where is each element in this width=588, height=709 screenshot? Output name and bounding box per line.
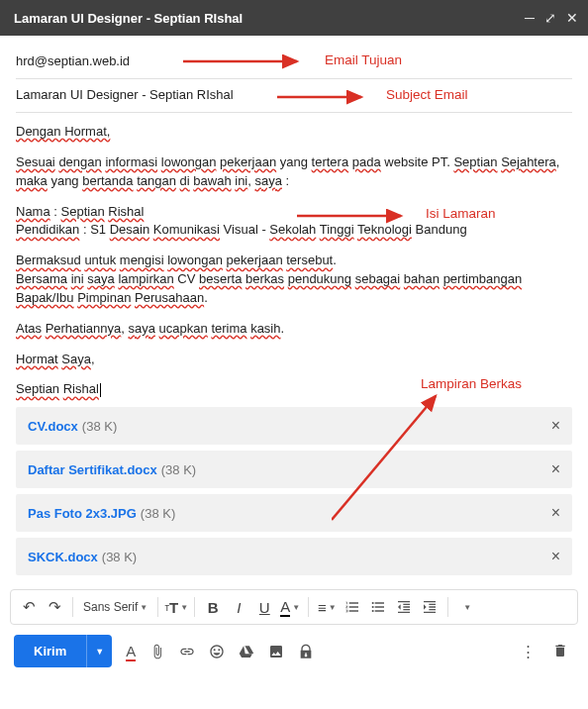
font-size-button[interactable]: тT▼	[164, 593, 188, 621]
attachment-list: CV.docx (38 K) × Daftar Sertifikat.docx …	[16, 407, 572, 575]
minimize-icon[interactable]: ─	[525, 10, 535, 26]
toolbar-more-button[interactable]: ▼	[454, 593, 478, 621]
remove-attachment-icon[interactable]: ×	[551, 460, 560, 478]
indent-more-button[interactable]	[418, 593, 441, 621]
send-group: Kirim ▼	[14, 635, 112, 667]
format-toolbar: ↶ ↷ Sans Serif▼ тT▼ B I U A▼ ≡▼ ▼	[10, 589, 578, 625]
attachment-item[interactable]: Pas Foto 2x3.JPG (38 K) ×	[16, 494, 572, 532]
confidential-icon[interactable]	[298, 644, 320, 659]
more-options-icon[interactable]: ⋮	[517, 643, 539, 660]
send-options-button[interactable]: ▼	[86, 635, 112, 667]
compose-title: Lamaran UI Designer - Septian RIshal	[14, 11, 525, 26]
identity-block: Nama : Septian Rishal Pendidikan : S1 De…	[16, 203, 572, 241]
compose-actions: Kirim ▼ A ⋮	[0, 625, 588, 677]
compose-header: Lamaran UI Designer - Septian RIshal ─ ⤢…	[0, 0, 588, 36]
attachment-item[interactable]: CV.docx (38 K) ×	[16, 407, 572, 445]
underline-button[interactable]: U	[252, 593, 276, 621]
to-field[interactable]: hrd@septian.web.id	[16, 46, 572, 79]
compose-content: hrd@septian.web.id Lamaran UI Designer -…	[0, 36, 588, 583]
attachment-item[interactable]: SKCK.docx (38 K) ×	[16, 538, 572, 575]
signature-line: Septian Rishal	[16, 380, 572, 399]
image-icon[interactable]	[268, 644, 290, 659]
attachment-size: (38 K)	[161, 462, 196, 477]
attach-icon[interactable]	[149, 644, 171, 659]
emoji-icon[interactable]	[209, 644, 231, 659]
email-body[interactable]: Dengan Hormat, Sesuai dengan informasi l…	[16, 113, 572, 399]
attachment-item[interactable]: Daftar Sertifikat.docx (38 K) ×	[16, 451, 572, 488]
undo-button[interactable]: ↶	[17, 593, 41, 621]
subject-value: Lamaran UI Designer - Septian RIshal	[16, 87, 234, 102]
discard-icon[interactable]	[552, 643, 574, 660]
attachment-size: (38 K)	[102, 550, 137, 564]
subject-field[interactable]: Lamaran UI Designer - Septian RIshal	[16, 79, 572, 113]
align-button[interactable]: ≡▼	[315, 593, 339, 621]
bold-button[interactable]: B	[201, 593, 225, 621]
remove-attachment-icon[interactable]: ×	[551, 504, 560, 522]
header-controls: ─ ⤢ ✕	[525, 10, 578, 26]
attachment-name: Daftar Sertifikat.docx	[28, 462, 157, 477]
redo-button[interactable]: ↷	[43, 593, 66, 621]
drive-icon[interactable]	[239, 644, 260, 659]
attachment-name: CV.docx	[28, 419, 78, 434]
thanks-line: Atas Perhatiannya, saya ucapkan terima k…	[16, 320, 572, 339]
attachment-size: (38 K)	[141, 506, 175, 521]
text-format-icon[interactable]: A	[120, 643, 142, 659]
attachment-name: SKCK.docx	[28, 550, 98, 564]
close-icon[interactable]: ✕	[566, 10, 578, 26]
greeting-line: Dengan Hormat,	[16, 123, 572, 142]
remove-attachment-icon[interactable]: ×	[551, 417, 560, 435]
bulleted-list-button[interactable]	[366, 593, 390, 621]
send-button[interactable]: Kirim	[14, 635, 86, 667]
attachment-size: (38 K)	[82, 419, 117, 434]
closing-line: Hormat Saya,	[16, 351, 572, 369]
to-value: hrd@septian.web.id	[16, 53, 130, 68]
text-color-button[interactable]: A▼	[278, 593, 302, 621]
numbered-list-button[interactable]	[341, 593, 364, 621]
expand-icon[interactable]: ⤢	[544, 10, 556, 26]
link-icon[interactable]	[179, 644, 201, 659]
intro-paragraph: Sesuai dengan informasi lowongan pekerja…	[16, 153, 572, 191]
remove-attachment-icon[interactable]: ×	[551, 548, 560, 565]
purpose-paragraph: Bermaksud untuk mengisi lowongan pekerja…	[16, 252, 572, 308]
italic-button[interactable]: I	[227, 593, 250, 621]
font-select[interactable]: Sans Serif▼	[79, 593, 151, 621]
attachment-name: Pas Foto 2x3.JPG	[28, 506, 137, 521]
indent-less-button[interactable]	[392, 593, 416, 621]
